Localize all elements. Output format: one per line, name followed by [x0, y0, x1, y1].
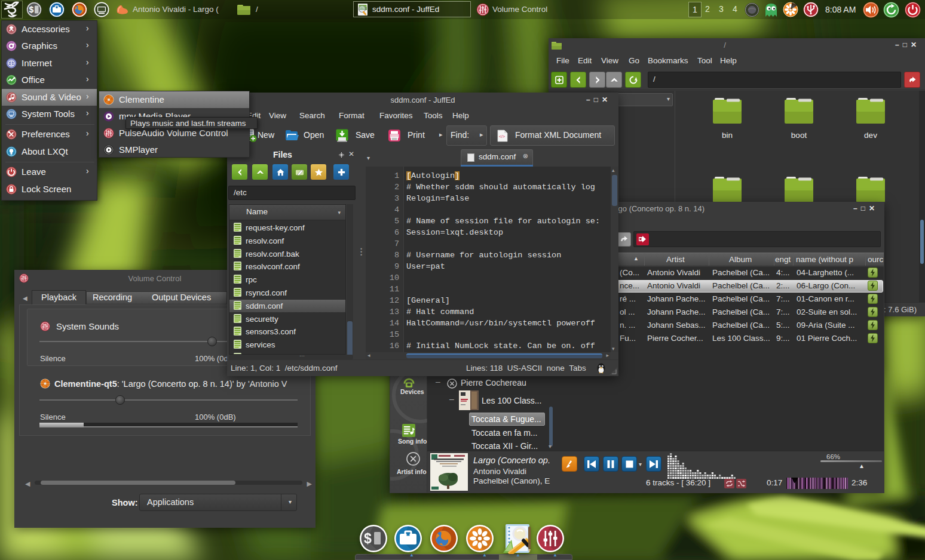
svg-text:</>: </> — [499, 134, 505, 139]
svg-text:$: $ — [29, 5, 34, 14]
svg-text:$: $ — [364, 531, 372, 546]
